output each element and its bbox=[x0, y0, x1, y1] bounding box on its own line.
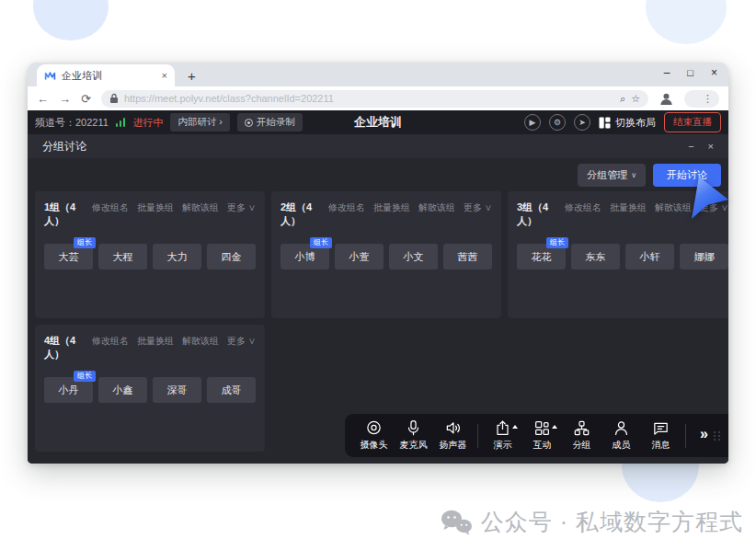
member-tile[interactable]: 大程 bbox=[98, 244, 147, 269]
camera-button[interactable]: 摄像头 bbox=[354, 419, 394, 452]
member-tile[interactable]: 小丹组长 bbox=[44, 377, 93, 403]
member-tile[interactable]: 小轩 bbox=[625, 244, 674, 269]
group-name: 2组（4人） bbox=[281, 201, 328, 228]
overflow-menu-icon[interactable]: ⋮ bbox=[703, 93, 713, 105]
group-actions: 修改组名批量换组解散该组更多 ∨ bbox=[92, 201, 256, 214]
group-action[interactable]: 修改组名 bbox=[565, 201, 601, 214]
settings-gear-icon[interactable]: ⚙ bbox=[549, 114, 566, 131]
polyv-logo-icon bbox=[44, 70, 56, 82]
end-live-button[interactable]: 结束直播 bbox=[664, 112, 721, 132]
member-tile[interactable]: 大芸组长 bbox=[44, 244, 93, 269]
speaker-button[interactable]: 扬声器 bbox=[433, 419, 473, 452]
group-action[interactable]: 批量换组 bbox=[373, 201, 410, 214]
member-tile[interactable]: 东东 bbox=[571, 244, 620, 269]
share-send-icon[interactable]: ➤ bbox=[574, 114, 590, 131]
chevron-down-icon: ∨ bbox=[631, 171, 636, 179]
record-icon bbox=[245, 119, 253, 127]
group-card: 4组（4人） 修改组名批量换组解散该组更多 ∨ 小丹组长小鑫深哥成哥 bbox=[35, 325, 265, 452]
group-action[interactable]: 更多 ∨ bbox=[464, 201, 492, 214]
group-action[interactable]: 修改组名 bbox=[328, 201, 365, 214]
panel-minimize-icon[interactable]: − bbox=[688, 141, 693, 152]
member-tile[interactable]: 大力 bbox=[153, 244, 201, 269]
members-button[interactable]: 成员 bbox=[601, 419, 641, 452]
group-action[interactable]: 解散该组 bbox=[182, 201, 219, 214]
drag-handle-icon[interactable] bbox=[714, 431, 721, 441]
watermark: 公众号 · 私域数字方程式 bbox=[0, 507, 743, 537]
profile-avatar-icon[interactable] bbox=[659, 91, 674, 107]
panel-title: 分组讨论 bbox=[42, 139, 86, 155]
member-tile[interactable]: 小文 bbox=[389, 244, 438, 269]
camera-icon bbox=[365, 419, 383, 437]
panel-close-icon[interactable]: × bbox=[708, 141, 714, 152]
interact-button[interactable]: 互动 bbox=[522, 419, 562, 452]
record-button[interactable]: 开始录制 bbox=[237, 113, 303, 132]
tab-title: 企业培训 bbox=[62, 69, 156, 83]
member-name: 小轩 bbox=[640, 250, 660, 264]
group-action[interactable]: 修改组名 bbox=[92, 201, 129, 214]
bookmark-star-icon[interactable]: ☆ bbox=[631, 93, 640, 105]
present-button[interactable]: 演示 bbox=[483, 419, 522, 452]
mouse-cursor-icon bbox=[692, 177, 730, 221]
messages-button[interactable]: 消息 bbox=[641, 419, 681, 452]
member-tile[interactable]: 花花组长 bbox=[517, 244, 566, 269]
microphone-button[interactable]: 麦克风 bbox=[394, 419, 433, 452]
signal-strength-icon bbox=[116, 118, 126, 127]
group-members: 小博组长小萱小文茜茜 bbox=[281, 244, 492, 269]
back-icon[interactable]: ← bbox=[37, 93, 49, 105]
window-minimize-button[interactable]: – bbox=[664, 67, 670, 78]
member-tile[interactable]: 茜茜 bbox=[443, 244, 492, 269]
group-action[interactable]: 更多 ∨ bbox=[227, 335, 256, 348]
group-actions: 修改组名批量换组解散该组更多 ∨ bbox=[92, 335, 256, 348]
zoom-icon[interactable]: ⌕ bbox=[620, 93, 625, 105]
playback-icon[interactable]: ▶ bbox=[524, 114, 541, 131]
member-name: 花花 bbox=[532, 250, 552, 264]
browser-menu-pill[interactable]: ⋮ bbox=[684, 90, 719, 108]
member-name: 小丹 bbox=[59, 384, 79, 397]
member-tile[interactable]: 小博组长 bbox=[281, 244, 329, 269]
leader-badge: 组长 bbox=[310, 237, 332, 248]
window-maximize-button[interactable]: □ bbox=[687, 68, 693, 78]
message-icon bbox=[652, 419, 670, 437]
group-card: 2组（4人） 修改组名批量换组解散该组更多 ∨ 小博组长小萱小文茜茜 bbox=[271, 191, 501, 318]
reload-icon[interactable]: ⟳ bbox=[81, 93, 91, 105]
grouping-button[interactable]: 分组 bbox=[562, 419, 601, 452]
group-action[interactable]: 解散该组 bbox=[182, 335, 219, 348]
decor-blob bbox=[33, 0, 109, 40]
member-name: 小博 bbox=[295, 250, 315, 264]
tab-close-icon[interactable]: × bbox=[162, 70, 167, 81]
member-tile[interactable]: 四金 bbox=[207, 244, 256, 269]
url-bar[interactable]: https://meet.polyv.net/class?channelId=2… bbox=[101, 90, 648, 108]
member-tile[interactable]: 娜娜 bbox=[680, 244, 728, 269]
group-action[interactable]: 修改组名 bbox=[92, 335, 129, 348]
new-tab-button[interactable]: + bbox=[188, 69, 196, 83]
member-name: 娜娜 bbox=[694, 250, 715, 264]
forward-icon[interactable]: → bbox=[59, 93, 71, 105]
mode-button[interactable]: 内部研讨 › bbox=[170, 113, 229, 132]
member-tile[interactable]: 小鑫 bbox=[98, 377, 147, 403]
member-name: 东东 bbox=[586, 250, 606, 264]
watermark-text: 公众号 · 私域数字方程式 bbox=[481, 507, 743, 537]
window-close-button[interactable]: × bbox=[711, 67, 717, 78]
group-members: 小丹组长小鑫深哥成哥 bbox=[44, 377, 256, 403]
switch-layout-button[interactable]: 切换布局 bbox=[599, 116, 656, 130]
group-manage-button[interactable]: 分组管理 ∨ bbox=[578, 164, 646, 187]
layout-grid-icon bbox=[599, 117, 611, 129]
group-action[interactable]: 解散该组 bbox=[418, 201, 455, 214]
group-action[interactable]: 解散该组 bbox=[655, 201, 692, 214]
group-action[interactable]: 更多 ∨ bbox=[227, 201, 256, 214]
member-tile[interactable]: 小萱 bbox=[335, 244, 384, 269]
group-action[interactable]: 批量换组 bbox=[137, 335, 174, 348]
group-action[interactable]: 批量换组 bbox=[137, 201, 174, 214]
member-name: 小鑫 bbox=[113, 384, 133, 397]
member-tile[interactable]: 深哥 bbox=[153, 377, 201, 403]
wechat-icon bbox=[440, 509, 473, 536]
member-name: 四金 bbox=[222, 250, 242, 264]
live-status: 进行中 bbox=[132, 116, 163, 130]
group-action[interactable]: 批量换组 bbox=[610, 201, 647, 214]
member-tile[interactable]: 成哥 bbox=[207, 377, 256, 403]
browser-window: 企业培训 × + – □ × ← → ⟳ https://meet.polyv.… bbox=[28, 63, 728, 464]
browser-tab[interactable]: 企业培训 × bbox=[37, 64, 175, 86]
expand-toolbar-button[interactable]: » bbox=[700, 426, 706, 442]
caret-up-icon bbox=[512, 425, 518, 429]
member-name: 茜茜 bbox=[458, 250, 478, 264]
